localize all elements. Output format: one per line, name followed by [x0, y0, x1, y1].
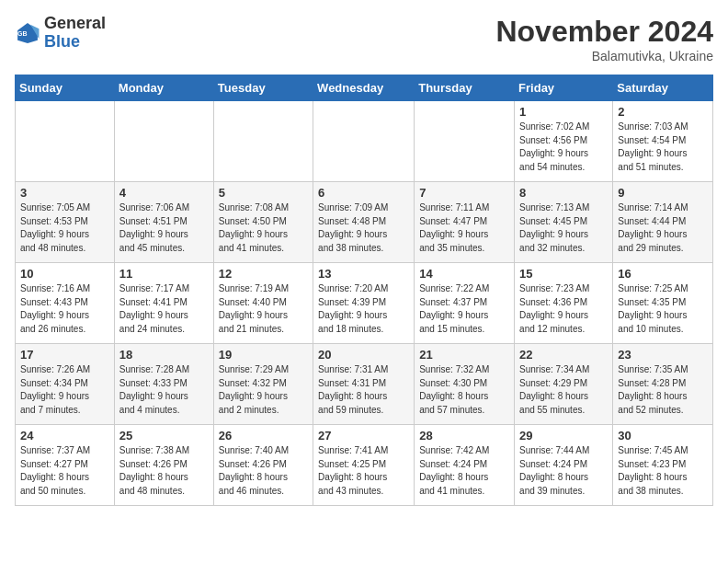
- day-number: 5: [219, 186, 308, 200]
- day-number: 4: [119, 186, 209, 200]
- day-info: Sunrise: 7:22 AM Sunset: 4:37 PM Dayligh…: [419, 282, 509, 336]
- cell-3-5: 22Sunrise: 7:34 AM Sunset: 4:29 PM Dayli…: [515, 344, 613, 425]
- header-monday: Monday: [114, 75, 213, 101]
- day-info: Sunrise: 7:06 AM Sunset: 4:51 PM Dayligh…: [119, 201, 209, 255]
- week-row-3: 10Sunrise: 7:16 AM Sunset: 4:43 PM Dayli…: [16, 263, 713, 344]
- day-number: 2: [618, 105, 708, 119]
- cell-2-6: 16Sunrise: 7:25 AM Sunset: 4:35 PM Dayli…: [613, 263, 713, 344]
- cell-2-3: 13Sunrise: 7:20 AM Sunset: 4:39 PM Dayli…: [313, 263, 415, 344]
- day-number: 20: [318, 348, 409, 362]
- cell-1-4: 7Sunrise: 7:11 AM Sunset: 4:47 PM Daylig…: [415, 182, 515, 263]
- cell-2-0: 10Sunrise: 7:16 AM Sunset: 4:43 PM Dayli…: [16, 263, 115, 344]
- day-info: Sunrise: 7:20 AM Sunset: 4:39 PM Dayligh…: [318, 282, 409, 336]
- cell-0-3: [313, 101, 415, 182]
- cell-4-1: 25Sunrise: 7:38 AM Sunset: 4:26 PM Dayli…: [114, 425, 213, 506]
- day-number: 23: [618, 348, 708, 362]
- page-header: GB General Blue November 2024 Balamutivk…: [15, 15, 713, 63]
- day-number: 30: [618, 429, 708, 442]
- logo-icon: GB: [15, 20, 40, 46]
- cell-1-6: 9Sunrise: 7:14 AM Sunset: 4:44 PM Daylig…: [613, 182, 713, 263]
- day-number: 11: [119, 267, 209, 281]
- day-number: 22: [519, 348, 608, 362]
- day-number: 25: [119, 429, 209, 442]
- day-info: Sunrise: 7:26 AM Sunset: 4:34 PM Dayligh…: [20, 363, 109, 417]
- cell-4-2: 26Sunrise: 7:40 AM Sunset: 4:26 PM Dayli…: [213, 425, 313, 506]
- day-info: Sunrise: 7:19 AM Sunset: 4:40 PM Dayligh…: [219, 282, 308, 336]
- day-info: Sunrise: 7:03 AM Sunset: 4:54 PM Dayligh…: [618, 121, 708, 174]
- day-info: Sunrise: 7:09 AM Sunset: 4:48 PM Dayligh…: [318, 201, 409, 255]
- day-info: Sunrise: 7:05 AM Sunset: 4:53 PM Dayligh…: [20, 201, 109, 255]
- week-row-1: 1Sunrise: 7:02 AM Sunset: 4:56 PM Daylig…: [16, 101, 713, 182]
- title-block: November 2024 Balamutivka, Ukraine: [495, 15, 713, 63]
- day-number: 27: [318, 429, 409, 442]
- day-info: Sunrise: 7:11 AM Sunset: 4:47 PM Dayligh…: [419, 201, 509, 255]
- day-number: 15: [519, 267, 608, 281]
- day-info: Sunrise: 7:37 AM Sunset: 4:27 PM Dayligh…: [20, 444, 109, 498]
- day-info: Sunrise: 7:34 AM Sunset: 4:29 PM Dayligh…: [519, 363, 608, 417]
- day-number: 24: [20, 429, 109, 442]
- day-number: 6: [318, 186, 409, 200]
- day-info: Sunrise: 7:38 AM Sunset: 4:26 PM Dayligh…: [119, 444, 209, 498]
- week-row-5: 24Sunrise: 7:37 AM Sunset: 4:27 PM Dayli…: [16, 425, 713, 506]
- day-number: 8: [519, 186, 608, 200]
- cell-4-5: 29Sunrise: 7:44 AM Sunset: 4:24 PM Dayli…: [515, 425, 613, 506]
- location-subtitle: Balamutivka, Ukraine: [495, 49, 713, 63]
- calendar-body: 1Sunrise: 7:02 AM Sunset: 4:56 PM Daylig…: [16, 101, 713, 506]
- cell-3-2: 19Sunrise: 7:29 AM Sunset: 4:32 PM Dayli…: [213, 344, 313, 425]
- cell-1-1: 4Sunrise: 7:06 AM Sunset: 4:51 PM Daylig…: [114, 182, 213, 263]
- day-number: 7: [419, 186, 509, 200]
- header-tuesday: Tuesday: [213, 75, 313, 101]
- cell-4-0: 24Sunrise: 7:37 AM Sunset: 4:27 PM Dayli…: [16, 425, 115, 506]
- calendar-table: Sunday Monday Tuesday Wednesday Thursday…: [15, 75, 713, 506]
- day-number: 29: [519, 429, 608, 442]
- logo: GB General Blue: [15, 15, 106, 52]
- day-info: Sunrise: 7:32 AM Sunset: 4:30 PM Dayligh…: [419, 363, 509, 417]
- cell-4-6: 30Sunrise: 7:45 AM Sunset: 4:23 PM Dayli…: [613, 425, 713, 506]
- day-info: Sunrise: 7:40 AM Sunset: 4:26 PM Dayligh…: [219, 444, 308, 498]
- cell-0-2: [213, 101, 313, 182]
- day-info: Sunrise: 7:08 AM Sunset: 4:50 PM Dayligh…: [219, 201, 308, 255]
- day-info: Sunrise: 7:17 AM Sunset: 4:41 PM Dayligh…: [119, 282, 209, 336]
- day-number: 16: [618, 267, 708, 281]
- cell-3-3: 20Sunrise: 7:31 AM Sunset: 4:31 PM Dayli…: [313, 344, 415, 425]
- day-info: Sunrise: 7:35 AM Sunset: 4:28 PM Dayligh…: [618, 363, 708, 417]
- cell-4-4: 28Sunrise: 7:42 AM Sunset: 4:24 PM Dayli…: [415, 425, 515, 506]
- svg-text:GB: GB: [17, 30, 28, 37]
- day-number: 21: [419, 348, 509, 362]
- header-sunday: Sunday: [16, 75, 115, 101]
- logo-line2: Blue: [44, 33, 106, 52]
- cell-1-2: 5Sunrise: 7:08 AM Sunset: 4:50 PM Daylig…: [213, 182, 313, 263]
- cell-3-4: 21Sunrise: 7:32 AM Sunset: 4:30 PM Dayli…: [415, 344, 515, 425]
- cell-4-3: 27Sunrise: 7:41 AM Sunset: 4:25 PM Dayli…: [313, 425, 415, 506]
- day-number: 17: [20, 348, 109, 362]
- day-info: Sunrise: 7:42 AM Sunset: 4:24 PM Dayligh…: [419, 444, 509, 498]
- day-info: Sunrise: 7:23 AM Sunset: 4:36 PM Dayligh…: [519, 282, 608, 336]
- cell-2-1: 11Sunrise: 7:17 AM Sunset: 4:41 PM Dayli…: [114, 263, 213, 344]
- month-title: November 2024: [495, 15, 713, 49]
- day-number: 10: [20, 267, 109, 281]
- day-number: 1: [519, 105, 608, 119]
- cell-1-3: 6Sunrise: 7:09 AM Sunset: 4:48 PM Daylig…: [313, 182, 415, 263]
- cell-0-1: [114, 101, 213, 182]
- day-info: Sunrise: 7:28 AM Sunset: 4:33 PM Dayligh…: [119, 363, 209, 417]
- cell-0-0: [16, 101, 115, 182]
- header-saturday: Saturday: [613, 75, 713, 101]
- day-number: 12: [219, 267, 308, 281]
- cell-0-6: 2Sunrise: 7:03 AM Sunset: 4:54 PM Daylig…: [613, 101, 713, 182]
- day-number: 3: [20, 186, 109, 200]
- header-thursday: Thursday: [415, 75, 515, 101]
- calendar-header: Sunday Monday Tuesday Wednesday Thursday…: [16, 75, 713, 101]
- header-wednesday: Wednesday: [313, 75, 415, 101]
- week-row-4: 17Sunrise: 7:26 AM Sunset: 4:34 PM Dayli…: [16, 344, 713, 425]
- week-row-2: 3Sunrise: 7:05 AM Sunset: 4:53 PM Daylig…: [16, 182, 713, 263]
- cell-2-2: 12Sunrise: 7:19 AM Sunset: 4:40 PM Dayli…: [213, 263, 313, 344]
- logo-line1: General: [44, 15, 106, 33]
- cell-2-4: 14Sunrise: 7:22 AM Sunset: 4:37 PM Dayli…: [415, 263, 515, 344]
- cell-0-5: 1Sunrise: 7:02 AM Sunset: 4:56 PM Daylig…: [515, 101, 613, 182]
- day-number: 19: [219, 348, 308, 362]
- day-info: Sunrise: 7:44 AM Sunset: 4:24 PM Dayligh…: [519, 444, 608, 498]
- cell-1-5: 8Sunrise: 7:13 AM Sunset: 4:45 PM Daylig…: [515, 182, 613, 263]
- cell-3-1: 18Sunrise: 7:28 AM Sunset: 4:33 PM Dayli…: [114, 344, 213, 425]
- day-number: 13: [318, 267, 409, 281]
- header-friday: Friday: [515, 75, 613, 101]
